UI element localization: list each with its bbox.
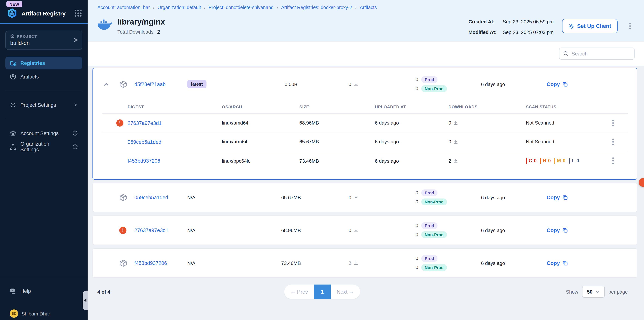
downloads: 2 — [448, 158, 526, 164]
project-label: PROJECT — [17, 34, 37, 38]
row-kebab-menu[interactable] — [609, 134, 617, 149]
artifact-card: ! 27637a97e3d1 N/A 68.96MB 0 0Prod 0Non-… — [92, 216, 637, 245]
copy-button[interactable]: Copy — [546, 194, 568, 200]
artifact-downloads: 2 — [334, 260, 372, 266]
download-icon — [453, 140, 458, 144]
downloads: 0 — [448, 120, 526, 126]
row-kebab-menu[interactable] — [609, 116, 617, 130]
page-size-select[interactable]: 50 — [582, 286, 604, 298]
artifact-digest-link[interactable]: 27637a97e3d1 — [134, 227, 187, 233]
package-icon — [10, 74, 16, 80]
app-title: Artifact Registry — [22, 10, 71, 16]
breadcrumb-account[interactable]: Account: automation_har — [98, 5, 150, 10]
page-title: library/nginx — [118, 17, 165, 26]
breadcrumb-separator: › — [355, 5, 357, 10]
digest-link[interactable]: 059ceb5a1ded — [128, 139, 162, 145]
user-name: Shibam Dhar — [22, 311, 50, 316]
row-kebab-menu[interactable] — [620, 77, 637, 91]
artifact-size: 68.96MB — [281, 227, 301, 233]
uploaded-at: 6 days ago — [375, 158, 448, 164]
breadcrumb-registry[interactable]: Artifact Registries: docker-proxy-2 — [281, 5, 352, 10]
copy-button[interactable]: Copy — [546, 260, 568, 266]
breadcrumb-artifacts[interactable]: Artifacts — [360, 5, 377, 10]
artifact-version: N/A — [187, 260, 248, 266]
info-icon[interactable] — [72, 144, 78, 150]
artifact-meta: Created At: Sep 23, 2025 06:59 pm Modifi… — [468, 19, 554, 35]
setup-client-button[interactable]: Set Up Client — [562, 19, 618, 33]
chevron-right-icon — [73, 103, 78, 107]
artifact-digest-link[interactable]: 059ceb5a1ded — [134, 194, 187, 200]
scan-status: Not Scanned — [526, 139, 609, 144]
per-page-label: per page — [608, 289, 628, 294]
row-kebab-menu[interactable] — [620, 223, 637, 237]
sidebar-item-label: Artifacts — [20, 74, 39, 80]
artifact-digest-link[interactable]: f453bd937206 — [134, 260, 187, 266]
package-icon — [119, 259, 134, 267]
chevron-up-icon[interactable] — [103, 81, 109, 87]
copy-button[interactable]: Copy — [546, 81, 568, 87]
project-name: build-en — [10, 40, 73, 46]
breadcrumb-organization[interactable]: Organization: default — [158, 5, 201, 10]
artifact-card: f453bd937206 N/A 73.46MB 2 0Prod 0Non-Pr… — [92, 248, 637, 278]
help-button[interactable]: ? Help — [5, 284, 82, 297]
sidebar-divider — [5, 119, 82, 119]
artifact-digest-link[interactable]: d5f28ef21aab — [134, 81, 187, 87]
nonprod-badge: Non-Prod — [421, 231, 447, 238]
artifact-updated: 6 days ago — [481, 194, 505, 200]
next-page-button[interactable]: Next → — [330, 284, 360, 299]
sidebar-collapse-handle[interactable] — [83, 290, 88, 310]
downloads: 0 — [448, 139, 526, 144]
digest-link[interactable]: f453bd937206 — [128, 158, 160, 164]
row-kebab-menu[interactable] — [620, 190, 637, 204]
artifact-row: f453bd937206 N/A 73.46MB 2 0Prod 0Non-Pr… — [93, 249, 637, 277]
download-icon — [354, 195, 358, 200]
sidebar-item-label: Organization Settings — [20, 141, 64, 152]
help-chat-icon: ? — [10, 288, 16, 294]
created-at-value: Sep 23, 2025 06:59 pm — [503, 19, 554, 24]
row-kebab-menu[interactable] — [609, 154, 617, 168]
prev-page-button[interactable]: ← Prev — [284, 284, 314, 299]
project-selector[interactable]: PROJECT build-en — [5, 30, 82, 50]
help-label: Help — [20, 288, 31, 294]
breadcrumb-separator: › — [153, 5, 154, 10]
info-icon[interactable] — [72, 130, 78, 136]
search-box — [559, 48, 634, 60]
vuln-high: H0 — [540, 158, 551, 164]
digest-table-header: DIGEST OS/ARCH SIZE UPLOADED AT DOWNLOAD… — [102, 100, 628, 114]
user-menu[interactable]: SD Shibam Dhar — [5, 307, 82, 320]
artifact-row: 059ceb5a1ded N/A 65.67MB 0 0Prod 0Non-Pr… — [93, 183, 637, 212]
vuln-medium: M0 — [554, 158, 566, 164]
page-number-button[interactable]: 1 — [314, 284, 330, 299]
digest-table: DIGEST OS/ARCH SIZE UPLOADED AT DOWNLOAD… — [102, 100, 628, 170]
vuln-critical: C0 — [526, 158, 536, 164]
page-header: library/nginx Total Downloads 2 Created … — [88, 15, 644, 42]
total-downloads-label: Total Downloads — [118, 29, 154, 35]
sidebar-item-artifacts[interactable]: Artifacts — [5, 70, 82, 83]
scan-vulnerability-counts: C0 H0 M0 L0 — [526, 158, 609, 164]
sidebar-footer: ? Help SD Shibam Dhar — [0, 276, 88, 320]
sidebar-accent-divider — [0, 24, 88, 24]
digest-link[interactable]: 27637a97e3d1 — [128, 120, 162, 126]
registries-icon — [10, 60, 16, 66]
app-switcher-icon[interactable] — [75, 10, 82, 16]
download-icon — [453, 158, 458, 163]
artifact-updated: 6 days ago — [481, 81, 505, 87]
sidebar-item-project-settings[interactable]: Project Settings — [5, 98, 82, 111]
artifact-row: d5f28ef21aab latest 0.00B 0 0Prod 0Non-P… — [93, 68, 637, 100]
sidebar-item-account-settings[interactable]: Account Settings — [5, 127, 82, 140]
environment-counts: 0Prod 0Non-Prod — [416, 190, 463, 205]
os-arch: linux/arm64 — [222, 139, 299, 144]
search-input[interactable] — [572, 51, 638, 56]
sidebar-item-registries[interactable]: Registries — [5, 56, 82, 70]
header-kebab-menu[interactable] — [626, 19, 634, 33]
toolbar — [88, 42, 644, 66]
size: 65.67MB — [299, 139, 375, 144]
copy-icon — [562, 82, 568, 87]
package-icon — [119, 80, 134, 88]
artifact-row: ! 27637a97e3d1 N/A 68.96MB 0 0Prod 0Non-… — [93, 216, 637, 244]
copy-button[interactable]: Copy — [546, 227, 568, 233]
row-kebab-menu[interactable] — [620, 256, 637, 270]
sidebar-item-label: Registries — [20, 60, 45, 66]
breadcrumb-project[interactable]: Project: donotdelete-shivanand — [208, 5, 274, 10]
sidebar-item-organization-settings[interactable]: Organization Settings — [5, 140, 82, 153]
